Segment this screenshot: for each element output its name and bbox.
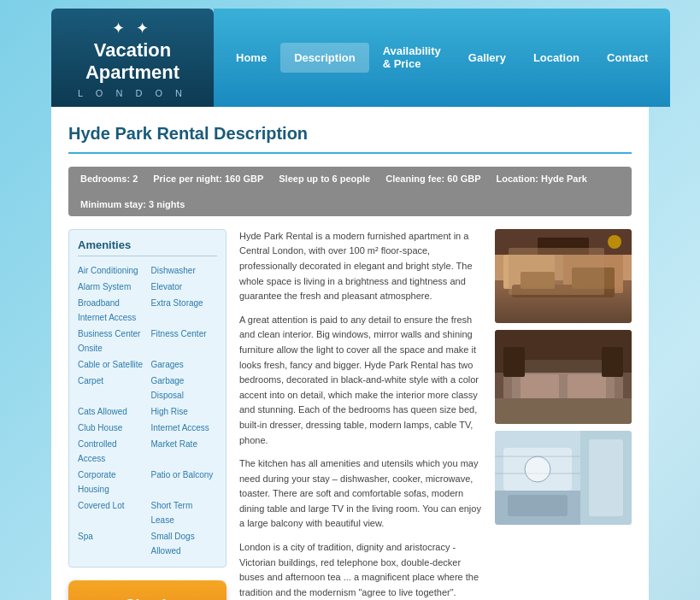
svg-rect-15 (521, 374, 559, 400)
amenities-box: Amenities Air Conditioning Dishwasher Al… (68, 229, 226, 568)
logo-subtitle: L O N D O N (78, 88, 187, 98)
svg-rect-19 (495, 398, 632, 424)
amenity-item[interactable]: Alarm System (78, 279, 144, 294)
amenity-item[interactable]: Business Center Onsite (78, 326, 144, 356)
amenity-item[interactable]: Garbage Disposal (151, 374, 218, 403)
stat-bedrooms: Bedrooms: 2 (80, 174, 138, 184)
svg-rect-18 (602, 347, 623, 377)
description-text: Hyde Park Rental is a modern furnished a… (239, 229, 485, 600)
logo-diamonds: ✦ ✦ (112, 19, 152, 38)
stat-sleep: Sleep up to 6 people (279, 174, 370, 184)
stat-location: Location: Hyde Park (497, 174, 587, 184)
room-photo-2 (495, 330, 632, 424)
amenity-item[interactable]: Spa (78, 529, 144, 558)
amenity-item[interactable]: Club House (78, 421, 144, 435)
svg-rect-14 (512, 360, 615, 373)
nav-contact[interactable]: Contact (593, 43, 662, 73)
amenity-item[interactable]: Corporate Housing (78, 468, 144, 497)
description-para-1: Hyde Park Rental is a modern furnished a… (239, 229, 485, 304)
amenity-item[interactable]: Dishwasher (151, 263, 218, 278)
amenity-item[interactable]: Covered Lot (78, 498, 144, 527)
amenity-item[interactable]: Short Term Lease (151, 498, 218, 527)
svg-rect-25 (589, 439, 623, 516)
room-photo-1 (495, 229, 632, 323)
amenity-item[interactable]: Carpet (78, 374, 144, 403)
content-box: Hyde Park Rental Description Bedrooms: 2… (51, 107, 649, 600)
amenity-item[interactable]: Cats Allowed (78, 404, 144, 419)
two-col-layout: Amenities Air Conditioning Dishwasher Al… (68, 229, 632, 600)
nav-location[interactable]: Location (520, 43, 593, 73)
amenity-item[interactable]: Patio or Balcony (151, 468, 218, 497)
amenity-item[interactable]: Cable or Satellite (78, 357, 144, 372)
amenity-item[interactable]: Air Conditioning (78, 263, 144, 278)
room-photo-3 (495, 431, 632, 525)
nav-availability[interactable]: Availability & Price (369, 36, 455, 79)
amenity-item[interactable]: Elevator (151, 279, 218, 294)
amenity-item[interactable]: Controlled Access (78, 437, 144, 466)
amenity-item[interactable]: Small Dogs Allowed (151, 529, 218, 558)
svg-rect-8 (538, 238, 589, 255)
amenity-item[interactable]: High Rise (151, 404, 218, 419)
amenity-item[interactable]: Fitness Center (151, 326, 218, 356)
svg-rect-2 (503, 255, 555, 289)
amenity-item[interactable]: Internet Access (151, 421, 218, 435)
amenity-item[interactable]: Broadband Internet Access (78, 296, 144, 325)
svg-rect-5 (512, 285, 615, 297)
main-wrapper: Hyde Park Rental Description Bedrooms: 2… (0, 107, 700, 600)
svg-rect-7 (572, 268, 615, 289)
left-column: Amenities Air Conditioning Dishwasher Al… (68, 229, 226, 600)
amenity-item[interactable]: Garages (151, 357, 218, 372)
svg-rect-17 (503, 347, 525, 377)
amenities-grid: Air Conditioning Dishwasher Alarm System… (78, 263, 217, 558)
check-availability-button[interactable]: Check Availability (68, 580, 226, 600)
photos-column (495, 229, 632, 600)
amenity-item[interactable]: Market Rate (151, 437, 218, 466)
nav-home[interactable]: Home (222, 43, 280, 73)
logo: ✦ ✦ Vacation Apartment L O N D O N (51, 9, 214, 107)
nav-gallery[interactable]: Gallery (455, 43, 520, 73)
svg-rect-6 (521, 272, 555, 289)
stats-bar: Bedrooms: 2 Price per night: 160 GBP Sle… (68, 167, 632, 216)
logo-title: Vacation Apartment (67, 39, 198, 85)
svg-rect-16 (568, 374, 606, 400)
svg-point-9 (608, 235, 621, 249)
nav-description[interactable]: Description (280, 43, 369, 73)
svg-point-29 (525, 456, 550, 482)
amenity-item[interactable]: Extra Storage (151, 296, 218, 325)
description-para-2: A great attention is paid to any detail … (239, 313, 485, 448)
stat-cleaning: Cleaning fee: 60 GBP (385, 174, 480, 184)
header: ✦ ✦ Vacation Apartment L O N D O N Home … (0, 0, 700, 107)
stat-price: Price per night: 160 GBP (153, 174, 263, 184)
description-para-3: The kitchen has all amenities and utensi… (239, 456, 485, 532)
amenities-title: Amenities (78, 238, 217, 256)
stat-minstay: Minimum stay: 3 nights (80, 199, 185, 209)
page-title: Hyde Park Rental Description (68, 124, 632, 154)
svg-rect-1 (495, 280, 632, 323)
description-para-4: London is a city of tradition, dignity a… (239, 540, 485, 600)
right-column: Hyde Park Rental is a modern furnished a… (239, 229, 632, 600)
svg-rect-28 (508, 495, 568, 516)
main-nav: Home Description Availability & Price Ga… (214, 9, 670, 107)
